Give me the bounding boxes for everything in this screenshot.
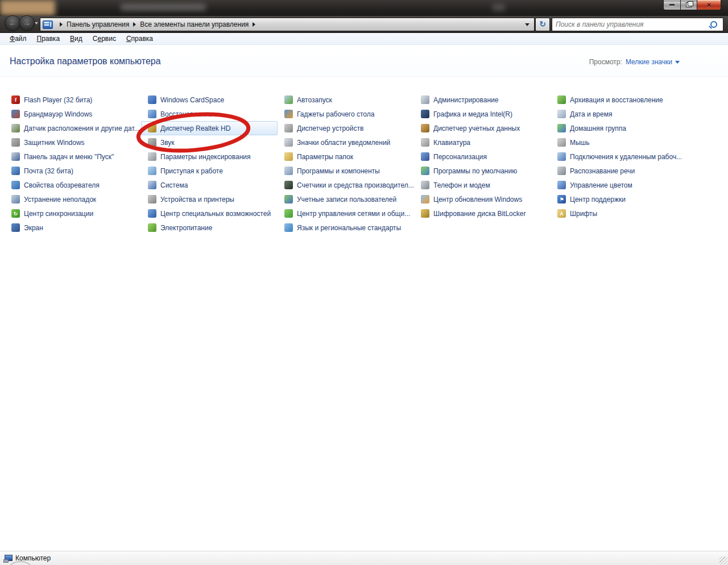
item-label: Автозапуск: [297, 96, 332, 104]
item-windows-update[interactable]: Центр обновления Windows: [421, 192, 557, 206]
item-administrative-tools[interactable]: Администрирование: [421, 93, 557, 107]
remote-desktop-monitor-icon: [557, 152, 566, 161]
item-user-accounts[interactable]: Учетные записи пользователей: [284, 192, 421, 206]
item-power-options[interactable]: Электропитание: [148, 221, 284, 235]
item-location-sensors[interactable]: Датчик расположения и другие дат...: [11, 121, 148, 135]
item-speech-recognition[interactable]: Распознавание речи: [557, 164, 694, 178]
item-intel-graphics[interactable]: Графика и медиа Intel(R): [421, 107, 557, 121]
item-action-center[interactable]: ⚑Центр поддержки: [557, 192, 694, 206]
item-sync-center[interactable]: ↻Центр синхронизации: [11, 206, 148, 221]
item-bitlocker[interactable]: Шифрование диска BitLocker: [421, 206, 557, 221]
search-icon[interactable]: [710, 21, 717, 28]
item-label: Управление цветом: [570, 181, 632, 189]
breadcrumb-arrow-icon[interactable]: [60, 22, 63, 27]
refresh-button[interactable]: ↻: [535, 18, 550, 31]
item-desktop-gadgets[interactable]: Гаджеты рабочего стола: [284, 107, 421, 121]
item-windows-defender[interactable]: Защитник Windows: [11, 135, 148, 149]
item-remote-desktop[interactable]: Подключения к удаленным рабоч...: [557, 149, 694, 164]
close-button[interactable]: ×: [697, 0, 721, 10]
menu-help[interactable]: Справка: [121, 34, 158, 44]
view-by-link[interactable]: Мелкие значки: [626, 58, 680, 66]
item-mouse[interactable]: Мышь: [557, 135, 694, 149]
item-backup-restore[interactable]: Архивация и восстановление: [557, 93, 694, 107]
recovery-monitor-icon: [148, 110, 156, 118]
item-phone-modem[interactable]: Телефон и модем: [421, 178, 557, 192]
item-sound[interactable]: Звук: [148, 135, 284, 149]
item-display[interactable]: Экран: [11, 221, 148, 235]
item-label: Счетчики и средства производител...: [297, 181, 414, 189]
item-label: Администрирование: [433, 96, 498, 104]
item-ease-of-access[interactable]: Центр специальных возможностей: [148, 206, 284, 221]
item-flash-player[interactable]: fFlash Player (32 бита): [11, 93, 148, 107]
breadcrumb-control-panel[interactable]: Панель управления: [67, 20, 129, 28]
breadcrumb-all-items[interactable]: Все элементы панели управления: [140, 20, 249, 28]
item-device-manager[interactable]: Диспетчер устройств: [284, 121, 421, 135]
blurred-window-title: [121, 3, 206, 11]
item-keyboard[interactable]: Клавиатура: [421, 135, 557, 149]
search-input[interactable]: [552, 20, 710, 28]
item-system[interactable]: Система: [148, 178, 284, 192]
item-label: Телефон и модем: [433, 181, 490, 189]
sync-arrows-icon: ↻: [11, 209, 20, 218]
item-label: Программы и компоненты: [297, 167, 380, 175]
item-recovery[interactable]: Восстановление: [148, 107, 284, 121]
breadcrumb-arrow-icon[interactable]: [133, 22, 136, 27]
cardspace-card-icon: [148, 95, 156, 104]
menu-edit[interactable]: Правка: [32, 34, 65, 44]
item-personalization[interactable]: Персонализация: [421, 149, 557, 164]
item-homegroup[interactable]: Домашняя группа: [557, 121, 694, 135]
item-fonts[interactable]: AШрифты: [557, 206, 694, 221]
address-dropdown-icon[interactable]: [525, 23, 530, 26]
item-network-sharing[interactable]: Центр управления сетями и общи...: [284, 206, 421, 221]
item-label: Дата и время: [570, 110, 612, 118]
color-monitor-icon: [557, 181, 566, 189]
item-folder-options[interactable]: Параметры папок: [284, 149, 421, 164]
device-manager-icon: [284, 124, 293, 132]
item-devices-printers[interactable]: Устройства и принтеры: [148, 192, 284, 206]
item-internet-options[interactable]: Свойства обозревателя: [11, 178, 148, 192]
realtek-speaker-icon: [148, 124, 156, 132]
gadgets-window-icon: [284, 110, 293, 118]
recent-pages-dropdown-icon[interactable]: [35, 22, 38, 24]
menu-file[interactable]: Файл: [5, 34, 32, 44]
item-windows-cardspace[interactable]: Windows CardSpace: [148, 93, 284, 107]
item-label: Центр специальных возможностей: [160, 210, 271, 218]
restore-button[interactable]: [681, 0, 697, 10]
item-autoplay[interactable]: Автозапуск: [284, 93, 421, 107]
item-windows-firewall[interactable]: Брандмауэр Windows: [11, 107, 148, 121]
microphone-icon: [557, 167, 566, 175]
item-mail[interactable]: Почта (32 бита): [11, 164, 148, 178]
item-region-language[interactable]: Язык и региональные стандарты: [284, 221, 421, 235]
back-button[interactable]: ←: [5, 15, 20, 31]
item-default-programs[interactable]: Программы по умолчанию: [421, 164, 557, 178]
item-programs-features[interactable]: Программы и компоненты: [284, 164, 421, 178]
menu-tools[interactable]: Сервис: [88, 34, 121, 44]
menu-view[interactable]: Вид: [65, 34, 88, 44]
address-bar[interactable]: Панель управления Все элементы панели уп…: [40, 18, 535, 31]
item-color-management[interactable]: Управление цветом: [557, 178, 694, 192]
search-box[interactable]: [552, 18, 723, 31]
item-label: Домашняя группа: [570, 124, 626, 132]
bitlocker-lock-icon: [421, 209, 429, 218]
item-notification-icons[interactable]: Значки области уведомлений: [284, 135, 421, 149]
ease-of-access-person-icon: [148, 209, 156, 218]
taskbar-icon: [11, 152, 20, 161]
item-troubleshooting[interactable]: Устранение неполадок: [11, 192, 148, 206]
indexing-magnifier-icon: [148, 152, 156, 161]
item-label: Диспетчер учетных данных: [433, 124, 520, 132]
breadcrumb-arrow-icon[interactable]: [253, 22, 255, 27]
item-label: Windows CardSpace: [160, 96, 224, 104]
close-icon: ×: [707, 2, 711, 9]
forward-button[interactable]: →: [19, 15, 35, 31]
item-indexing-options[interactable]: Параметры индексирования: [148, 149, 284, 164]
resize-grip[interactable]: [719, 556, 727, 564]
item-performance-tools[interactable]: Счетчики и средства производител...: [284, 178, 421, 192]
item-label: Язык и региональные стандарты: [297, 224, 401, 232]
item-label: Центр управления сетями и общи...: [297, 210, 410, 218]
minimize-button[interactable]: [663, 0, 681, 10]
item-date-time[interactable]: Дата и время: [557, 107, 694, 121]
item-credential-manager[interactable]: Диспетчер учетных данных: [421, 121, 557, 135]
item-taskbar-start-menu[interactable]: Панель задач и меню "Пуск": [11, 149, 148, 164]
item-getting-started[interactable]: Приступая к работе: [148, 164, 284, 178]
item-realtek-hd-manager[interactable]: Диспетчер Realtek HD: [141, 121, 278, 135]
